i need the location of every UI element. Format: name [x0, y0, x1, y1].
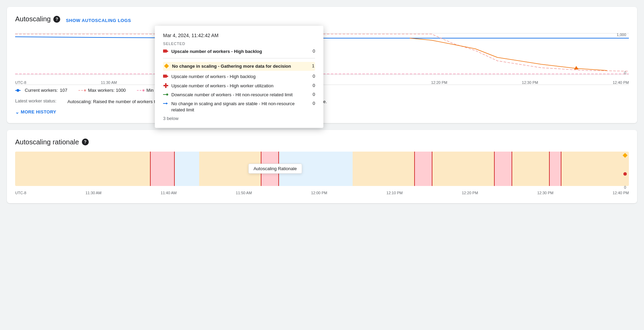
tooltip-more-label: 3 below — [163, 116, 315, 121]
rationale-card: Autoscaling rationale ? 1 ? — [7, 130, 637, 203]
status-label: Latest worker status: — [15, 98, 56, 105]
rationale-chart-area: 1 ? Autosca — [15, 152, 629, 195]
seg-red-5 — [549, 152, 561, 186]
svg-marker-3 — [574, 66, 579, 69]
upscale-backlog-icon-selected — [163, 49, 169, 54]
svg-point-7 — [84, 89, 86, 91]
upscale-backlog-icon-2 — [163, 74, 169, 79]
current-workers-legend: Current workers: 107 — [15, 88, 67, 93]
current-workers-value: 107 — [60, 88, 67, 93]
svg-rect-18 — [163, 85, 168, 86]
seg-red-4 — [494, 152, 513, 186]
tooltip-divider — [163, 58, 315, 58]
tooltip-item-4: No change in scaling and signals are sta… — [163, 101, 315, 113]
tooltip-item-3-count: 0 — [310, 92, 315, 97]
chart-y-max: 1,000 — [616, 33, 626, 37]
tooltip-item-4-label: No change in scaling and signals are sta… — [171, 101, 307, 113]
rationale-x-axis: UTC-8 11:30 AM 11:40 AM 11:50 AM 12:00 P… — [15, 189, 629, 195]
chart-y-min: 0 — [624, 71, 626, 75]
tooltip-item-2-label: Upscale number of workers - High worker … — [171, 83, 307, 89]
rationale-help-icon[interactable]: ? — [82, 139, 89, 145]
svg-rect-14 — [164, 64, 169, 68]
svg-rect-12 — [163, 50, 167, 53]
tooltip-item-0-label: Upscale number of workers - High backlog — [171, 48, 307, 55]
upscale-utilization-icon — [163, 83, 169, 88]
tooltip-date: Mar 4, 2024, 11:42:42 AM — [163, 33, 315, 38]
rationale-circle-marker — [623, 172, 627, 176]
svg-marker-22 — [166, 102, 168, 104]
autoscaling-title: Autoscaling — [15, 15, 51, 23]
seg-red-1 — [150, 152, 174, 186]
show-logs-button[interactable]: SHOW AUTOSCALING LOGS — [66, 18, 131, 23]
tooltip-selected-label: SELECTED — [163, 42, 315, 46]
svg-point-9 — [142, 89, 144, 91]
tooltip-item-3-label: Downscale number of workers - Hit non-re… — [171, 92, 307, 98]
tooltip-item-0: Upscale number of workers - High backlog… — [163, 48, 315, 55]
svg-marker-16 — [167, 75, 169, 77]
svg-marker-13 — [167, 50, 169, 52]
svg-point-20 — [166, 94, 168, 96]
tooltip-item-0-count: 0 — [310, 48, 315, 54]
seg-orange-6 — [561, 152, 629, 186]
svg-rect-15 — [163, 75, 167, 78]
tooltip-item-2: Upscale number of workers - High worker … — [163, 83, 315, 89]
downscale-icon — [163, 92, 169, 97]
tooltip-item-4-count: 0 — [310, 101, 315, 106]
tooltip-item-highlighted-count: 1 — [309, 63, 314, 68]
no-change-icon — [164, 64, 169, 68]
autoscaling-card: Autoscaling ? SHOW AUTOSCALING LOGS 1,00… — [7, 7, 637, 123]
rationale-bars: ? Autoscaling Rationale — [15, 152, 629, 186]
tooltip-item-1-count: 0 — [310, 74, 315, 79]
seg-orange-5 — [512, 152, 549, 186]
tooltip-item-1: Upscale number of workers - High backlog… — [163, 74, 315, 80]
max-workers-legend: Max workers: 1000 — [78, 88, 126, 93]
tooltip-item-1-label: Upscale number of workers - High backlog — [171, 74, 307, 80]
no-change-stable-icon — [163, 101, 169, 106]
more-history-button[interactable]: ⌄ MORE HISTORY — [15, 109, 56, 115]
seg-blue-1 — [175, 152, 199, 186]
current-workers-label: Current workers: — [25, 88, 58, 93]
tooltip-item-highlighted: No change in scaling - Gathering more da… — [163, 62, 315, 71]
autoscaling-help-icon[interactable]: ? — [53, 16, 60, 23]
rationale-tooltip: Autoscaling Rationale — [248, 164, 302, 174]
max-workers-label: Max workers: 1000 — [88, 88, 126, 93]
tooltip-item-3: Downscale number of workers - Hit non-re… — [163, 92, 315, 98]
seg-orange-1 — [15, 152, 150, 186]
rationale-title: Autoscaling rationale — [15, 138, 79, 146]
svg-point-5 — [17, 89, 19, 92]
seg-red-3 — [414, 152, 433, 186]
chart-tooltip-popup: Mar 4, 2024, 11:42:42 AM SELECTED Upscal… — [155, 26, 323, 128]
seg-orange-4 — [432, 152, 494, 186]
tooltip-item-2-count: 0 — [310, 83, 315, 88]
tooltip-item-highlighted-label: No change in scaling - Gathering more da… — [172, 63, 306, 69]
seg-orange-3 — [353, 152, 414, 186]
